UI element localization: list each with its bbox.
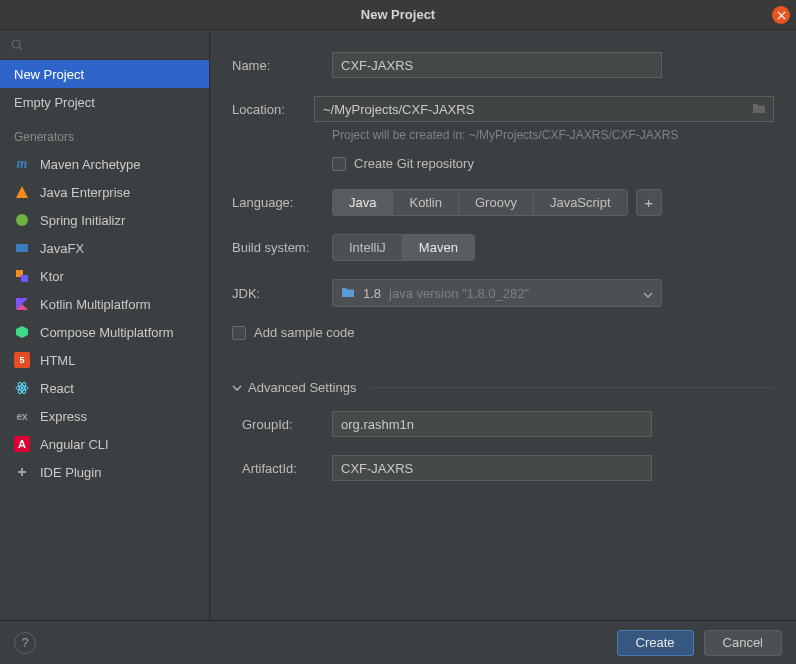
svg-line-1	[19, 47, 22, 50]
sidebar-item-maven-archetype[interactable]: m Maven Archetype	[0, 150, 209, 178]
spring-icon	[14, 212, 30, 228]
artifactid-input[interactable]	[332, 455, 652, 481]
sidebar-item-label: Maven Archetype	[40, 157, 140, 172]
build-segmented: IntelliJ Maven	[332, 234, 475, 261]
sidebar-item-spring-initializr[interactable]: Spring Initializr	[0, 206, 209, 234]
row-artifactid: ArtifactId:	[232, 455, 774, 481]
react-icon	[14, 380, 30, 396]
sidebar-item-compose-multiplatform[interactable]: Compose Multiplatform	[0, 318, 209, 346]
plugin-icon	[14, 464, 30, 480]
search-icon	[10, 38, 24, 52]
footer: ? Create Cancel	[0, 620, 796, 664]
groupid-label: GroupId:	[232, 417, 332, 432]
location-input[interactable]	[314, 96, 774, 122]
svg-point-10	[21, 387, 24, 390]
chevron-down-icon	[643, 286, 653, 301]
groupid-input[interactable]	[332, 411, 652, 437]
create-button[interactable]: Create	[617, 630, 694, 656]
row-git: Create Git repository	[232, 156, 774, 171]
sidebar-item-javafx[interactable]: JavaFX	[0, 234, 209, 262]
html-icon: 5	[14, 352, 30, 368]
sidebar-item-label: React	[40, 381, 74, 396]
sidebar-item-ide-plugin[interactable]: IDE Plugin	[0, 458, 209, 486]
jdk-dropdown[interactable]: 1.8 java version "1.8.0_282"	[332, 279, 662, 307]
jdk-value: 1.8	[363, 286, 381, 301]
sidebar-item-label: Ktor	[40, 269, 64, 284]
row-name: Name:	[232, 52, 774, 78]
language-javascript[interactable]: JavaScript	[534, 190, 627, 215]
jdk-detail: java version "1.8.0_282"	[389, 286, 529, 301]
sidebar-item-html[interactable]: 5 HTML	[0, 346, 209, 374]
maven-icon: m	[14, 156, 30, 172]
sidebar-item-ktor[interactable]: Ktor	[0, 262, 209, 290]
build-intellij[interactable]: IntelliJ	[333, 235, 403, 260]
sample-checkbox[interactable]	[232, 326, 246, 340]
name-label: Name:	[232, 58, 332, 73]
language-segmented: Java Kotlin Groovy JavaScript	[332, 189, 628, 216]
advanced-settings-toggle[interactable]: Advanced Settings	[232, 380, 774, 395]
location-label: Location:	[232, 102, 314, 117]
javafx-icon	[14, 240, 30, 256]
sidebar-item-kotlin-multiplatform[interactable]: Kotlin Multiplatform	[0, 290, 209, 318]
sidebar-item-empty-project[interactable]: Empty Project	[0, 88, 209, 116]
window-title: New Project	[361, 7, 435, 22]
artifactid-label: ArtifactId:	[232, 461, 332, 476]
sidebar-generators-header: Generators	[0, 116, 209, 150]
folder-icon[interactable]	[752, 102, 766, 117]
workspace: New Project Empty Project Generators m M…	[0, 30, 796, 620]
sidebar-item-label: Express	[40, 409, 87, 424]
language-groovy[interactable]: Groovy	[459, 190, 534, 215]
row-groupid: GroupId:	[232, 411, 774, 437]
cancel-button[interactable]: Cancel	[704, 630, 782, 656]
sidebar-item-label: Spring Initializr	[40, 213, 125, 228]
language-kotlin[interactable]: Kotlin	[393, 190, 459, 215]
sidebar-item-label: Angular CLI	[40, 437, 109, 452]
svg-point-2	[16, 214, 28, 226]
language-label: Language:	[232, 195, 332, 210]
row-build: Build system: IntelliJ Maven	[232, 234, 774, 261]
row-location: Location:	[232, 96, 774, 122]
sidebar-item-express[interactable]: ex Express	[0, 402, 209, 430]
sample-label: Add sample code	[254, 325, 354, 340]
svg-rect-5	[21, 275, 28, 282]
git-label: Create Git repository	[354, 156, 474, 171]
sidebar-item-react[interactable]: React	[0, 374, 209, 402]
divider	[370, 387, 774, 388]
row-sample: Add sample code	[232, 325, 774, 340]
add-language-button[interactable]: +	[636, 189, 662, 216]
sidebar-item-new-project[interactable]: New Project	[0, 60, 209, 88]
search-input[interactable]	[0, 30, 209, 60]
build-label: Build system:	[232, 240, 332, 255]
kotlin-icon	[14, 296, 30, 312]
name-input[interactable]	[332, 52, 662, 78]
git-checkbox[interactable]	[332, 157, 346, 171]
sidebar-item-label: IDE Plugin	[40, 465, 101, 480]
sidebar-item-label: Empty Project	[14, 95, 95, 110]
express-icon: ex	[14, 408, 30, 424]
close-button[interactable]	[772, 6, 790, 24]
sidebar-item-label: New Project	[14, 67, 84, 82]
main-panel: Name: Location: Project will be created …	[210, 30, 796, 620]
sidebar-item-angular-cli[interactable]: A Angular CLI	[0, 430, 209, 458]
sidebar: New Project Empty Project Generators m M…	[0, 30, 210, 620]
language-java[interactable]: Java	[333, 190, 393, 215]
help-button[interactable]: ?	[14, 632, 36, 654]
close-icon	[777, 11, 786, 20]
sidebar-item-java-enterprise[interactable]: Java Enterprise	[0, 178, 209, 206]
row-language: Language: Java Kotlin Groovy JavaScript …	[232, 189, 774, 216]
jdk-label: JDK:	[232, 286, 332, 301]
titlebar: New Project	[0, 0, 796, 30]
svg-rect-3	[16, 244, 28, 252]
build-maven[interactable]: Maven	[403, 235, 474, 260]
folder-icon	[341, 286, 355, 301]
chevron-down-icon	[232, 380, 242, 395]
sidebar-item-label: Compose Multiplatform	[40, 325, 174, 340]
compose-icon	[14, 324, 30, 340]
location-hint: Project will be created in: ~/MyProjects…	[232, 128, 774, 142]
svg-point-0	[12, 40, 20, 48]
java-ee-icon	[14, 184, 30, 200]
row-jdk: JDK: 1.8 java version "1.8.0_282"	[232, 279, 774, 307]
sidebar-item-label: HTML	[40, 353, 75, 368]
sidebar-item-label: Kotlin Multiplatform	[40, 297, 151, 312]
svg-marker-6	[16, 326, 28, 338]
